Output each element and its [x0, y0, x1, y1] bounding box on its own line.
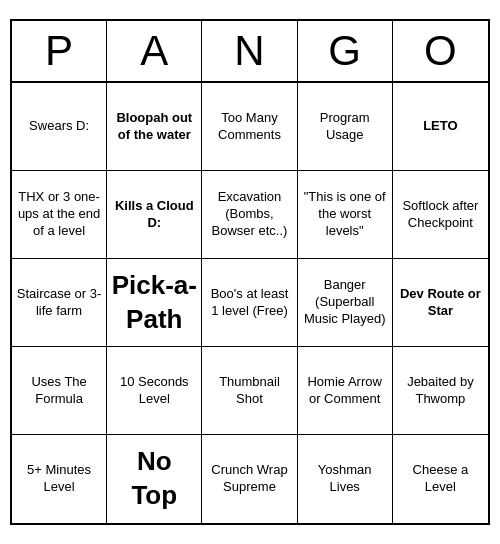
bingo-cell: Crunch Wrap Supreme	[202, 435, 297, 523]
bingo-cell: Bloopah out of the water	[107, 83, 202, 171]
bingo-grid: Swears D:Bloopah out of the waterToo Man…	[12, 83, 488, 523]
header-letter: G	[298, 21, 393, 81]
header-letter: N	[202, 21, 297, 81]
bingo-cell: Thumbnail Shot	[202, 347, 297, 435]
bingo-card: PANGO Swears D:Bloopah out of the waterT…	[10, 19, 490, 525]
bingo-cell: Kills a Cloud D:	[107, 171, 202, 259]
bingo-cell: Pick-a-Path	[107, 259, 202, 347]
bingo-cell: Homie Arrow or Comment	[298, 347, 393, 435]
bingo-cell: Uses The Formula	[12, 347, 107, 435]
bingo-cell: Program Usage	[298, 83, 393, 171]
bingo-cell: Swears D:	[12, 83, 107, 171]
bingo-cell: Staircase or 3-life farm	[12, 259, 107, 347]
bingo-cell: 10 Seconds Level	[107, 347, 202, 435]
bingo-cell: Yoshman Lives	[298, 435, 393, 523]
bingo-cell: Banger (Superball Music Played)	[298, 259, 393, 347]
header-letter: A	[107, 21, 202, 81]
bingo-cell: 5+ Minutes Level	[12, 435, 107, 523]
bingo-header: PANGO	[12, 21, 488, 83]
bingo-cell: "This is one of the worst levels"	[298, 171, 393, 259]
bingo-cell: THX or 3 one-ups at the end of a level	[12, 171, 107, 259]
bingo-cell: No Top	[107, 435, 202, 523]
bingo-cell: Boo's at least 1 level (Free)	[202, 259, 297, 347]
bingo-cell: Too Many Comments	[202, 83, 297, 171]
header-letter: O	[393, 21, 488, 81]
bingo-cell: Cheese a Level	[393, 435, 488, 523]
bingo-cell: Excavation (Bombs, Bowser etc..)	[202, 171, 297, 259]
bingo-cell: LETO	[393, 83, 488, 171]
bingo-cell: Softlock after Checkpoint	[393, 171, 488, 259]
header-letter: P	[12, 21, 107, 81]
bingo-cell: Dev Route or Star	[393, 259, 488, 347]
bingo-cell: Jebaited by Thwomp	[393, 347, 488, 435]
